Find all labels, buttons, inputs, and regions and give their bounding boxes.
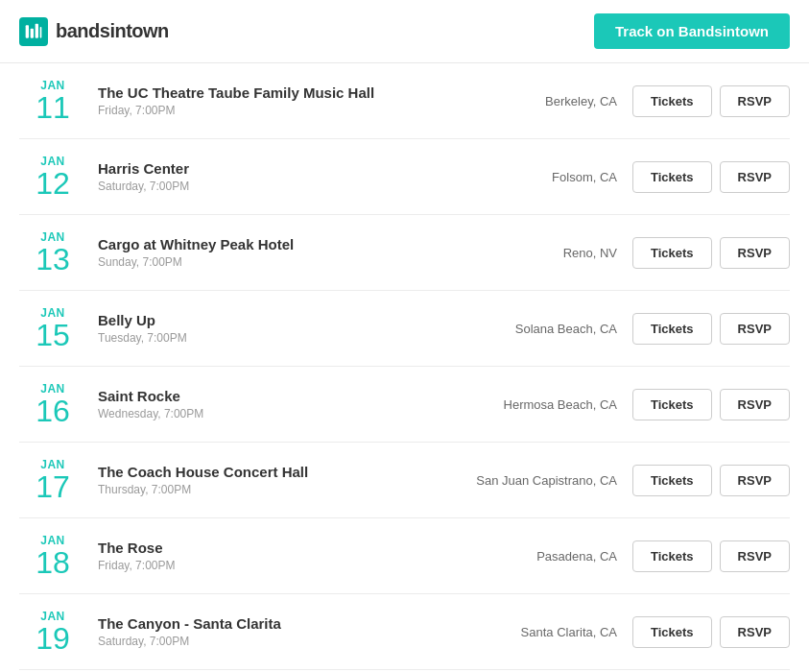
- svg-rect-0: [26, 25, 29, 37]
- rsvp-button[interactable]: RSVP: [720, 540, 790, 572]
- event-date: JAN 16: [19, 382, 86, 426]
- event-date: JAN 17: [19, 458, 86, 502]
- event-day: 13: [19, 244, 86, 275]
- event-day: 15: [19, 320, 86, 350]
- rsvp-button[interactable]: RSVP: [720, 616, 790, 648]
- venue-name: The Coach House Concert Hall: [98, 464, 448, 480]
- event-venue-col: Harris Center Saturday, 7:00PM: [86, 160, 460, 193]
- event-row: JAN 11 The UC Theatre Taube Family Music…: [19, 63, 790, 139]
- event-actions: Tickets RSVP: [632, 616, 790, 648]
- event-location: Santa Clarita, CA: [460, 625, 632, 639]
- event-date: JAN 13: [19, 230, 86, 275]
- event-date: JAN 11: [19, 79, 86, 123]
- event-actions: Tickets RSVP: [632, 540, 790, 572]
- venue-time: Sunday, 7:00PM: [98, 255, 448, 269]
- rsvp-button[interactable]: RSVP: [720, 161, 790, 193]
- venue-time: Friday, 7:00PM: [98, 104, 448, 117]
- event-venue-col: Saint Rocke Wednesday, 7:00PM: [86, 388, 460, 420]
- venue-name: Saint Rocke: [98, 388, 448, 404]
- venue-name: The Rose: [98, 540, 448, 556]
- rsvp-button[interactable]: RSVP: [720, 389, 790, 420]
- tickets-button[interactable]: Tickets: [632, 389, 712, 420]
- event-row: JAN 16 Saint Rocke Wednesday, 7:00PM Her…: [19, 367, 790, 443]
- event-date: JAN 19: [19, 610, 86, 654]
- tickets-button[interactable]: Tickets: [632, 616, 712, 648]
- event-venue-col: Cargo at Whitney Peak Hotel Sunday, 7:00…: [86, 236, 460, 269]
- event-location: San Juan Capistrano, CA: [460, 473, 632, 488]
- logo: bandsintown: [19, 17, 169, 46]
- event-row: JAN 17 The Coach House Concert Hall Thur…: [19, 443, 790, 518]
- event-location: Hermosa Beach, CA: [460, 397, 632, 412]
- event-location: Solana Beach, CA: [460, 322, 632, 336]
- event-location: Pasadena, CA: [460, 549, 632, 564]
- event-row: JAN 13 Cargo at Whitney Peak Hotel Sunda…: [19, 215, 790, 291]
- tickets-button[interactable]: Tickets: [632, 540, 712, 572]
- tickets-button[interactable]: Tickets: [632, 237, 712, 269]
- venue-time: Saturday, 7:00PM: [98, 180, 448, 193]
- event-location: Reno, NV: [460, 246, 632, 260]
- event-actions: Tickets RSVP: [632, 161, 790, 193]
- event-location: Berkeley, CA: [460, 94, 632, 108]
- rsvp-button[interactable]: RSVP: [720, 85, 790, 117]
- event-row: JAN 18 The Rose Friday, 7:00PM Pasadena,…: [19, 518, 790, 594]
- rsvp-button[interactable]: RSVP: [720, 237, 790, 269]
- logo-svg: [24, 22, 43, 41]
- logo-icon: [19, 17, 48, 46]
- svg-rect-3: [40, 27, 42, 38]
- event-actions: Tickets RSVP: [632, 85, 790, 117]
- event-location: Folsom, CA: [460, 170, 632, 184]
- venue-time: Thursday, 7:00PM: [98, 483, 448, 496]
- venue-name: Cargo at Whitney Peak Hotel: [98, 236, 448, 252]
- svg-rect-1: [31, 28, 34, 37]
- event-venue-col: The Canyon - Santa Clarita Saturday, 7:0…: [86, 615, 460, 648]
- venue-time: Tuesday, 7:00PM: [98, 331, 448, 345]
- track-button[interactable]: Track on Bandsintown: [594, 13, 790, 49]
- event-venue-col: Belly Up Tuesday, 7:00PM: [86, 312, 460, 345]
- svg-rect-2: [36, 23, 38, 37]
- events-list: JAN 11 The UC Theatre Taube Family Music…: [0, 63, 809, 672]
- event-day: 11: [19, 92, 86, 123]
- tickets-button[interactable]: Tickets: [632, 85, 712, 117]
- logo-text: bandsintown: [56, 20, 169, 42]
- venue-name: Belly Up: [98, 312, 448, 328]
- rsvp-button[interactable]: RSVP: [720, 465, 790, 496]
- event-actions: Tickets RSVP: [632, 389, 790, 420]
- tickets-button[interactable]: Tickets: [632, 313, 712, 345]
- venue-name: The UC Theatre Taube Family Music Hall: [98, 84, 448, 101]
- event-day: 16: [19, 396, 86, 426]
- event-day: 12: [19, 168, 86, 199]
- event-venue-col: The Coach House Concert Hall Thursday, 7…: [86, 464, 460, 496]
- venue-time: Wednesday, 7:00PM: [98, 407, 448, 420]
- tickets-button[interactable]: Tickets: [632, 161, 712, 193]
- tickets-button[interactable]: Tickets: [632, 465, 712, 496]
- event-venue-col: The UC Theatre Taube Family Music Hall F…: [86, 84, 460, 117]
- event-actions: Tickets RSVP: [632, 465, 790, 496]
- venue-name: The Canyon - Santa Clarita: [98, 615, 448, 632]
- event-day: 19: [19, 623, 86, 654]
- event-day: 17: [19, 471, 86, 502]
- event-row: JAN 19 The Canyon - Santa Clarita Saturd…: [19, 594, 790, 670]
- event-row: JAN 12 Harris Center Saturday, 7:00PM Fo…: [19, 139, 790, 215]
- header: bandsintown Track on Bandsintown: [0, 0, 809, 63]
- event-actions: Tickets RSVP: [632, 313, 790, 345]
- venue-time: Friday, 7:00PM: [98, 559, 448, 572]
- event-date: JAN 18: [19, 534, 86, 578]
- venue-time: Saturday, 7:00PM: [98, 635, 448, 648]
- rsvp-button[interactable]: RSVP: [720, 313, 790, 345]
- event-date: JAN 15: [19, 306, 86, 350]
- event-venue-col: The Rose Friday, 7:00PM: [86, 540, 460, 572]
- event-actions: Tickets RSVP: [632, 237, 790, 269]
- event-date: JAN 12: [19, 155, 86, 199]
- venue-name: Harris Center: [98, 160, 448, 177]
- main-container: bandsintown Track on Bandsintown JAN 11 …: [0, 0, 809, 672]
- event-day: 18: [19, 547, 86, 578]
- event-row: JAN 15 Belly Up Tuesday, 7:00PM Solana B…: [19, 291, 790, 367]
